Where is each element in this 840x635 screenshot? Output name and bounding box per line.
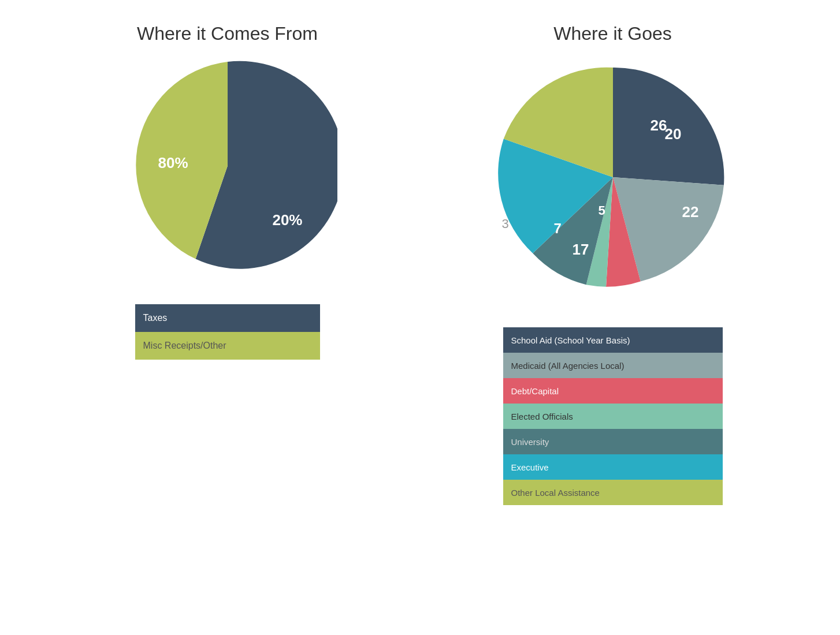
left-legend-taxes-label: Taxes bbox=[143, 313, 168, 323]
right-legend-medicaid-label: Medicaid (All Agencies Local) bbox=[511, 361, 625, 371]
right-legend-school-aid-label: School Aid (School Year Basis) bbox=[511, 335, 630, 345]
right-legend-debt: Debt/Capital bbox=[503, 378, 723, 404]
right-legend-elected-label: Elected Officials bbox=[511, 412, 573, 421]
right-legend-university: University bbox=[503, 429, 723, 454]
right-label-22: 22 bbox=[682, 203, 699, 221]
right-legend-executive: Executive bbox=[503, 454, 723, 480]
right-legend-school-aid: School Aid (School Year Basis) bbox=[503, 327, 723, 353]
right-label-17: 17 bbox=[573, 241, 589, 259]
left-legend: Taxes Misc Receipts/Other bbox=[135, 304, 320, 360]
right-legend-debt-label: Debt/Capital bbox=[511, 386, 559, 396]
right-legend-other: Other Local Assistance bbox=[503, 480, 723, 505]
right-legend-executive-label: Executive bbox=[511, 462, 549, 472]
right-legend: School Aid (School Year Basis) Medicaid … bbox=[503, 327, 723, 505]
right-label-3: 3 bbox=[502, 216, 509, 231]
right-label-5: 5 bbox=[599, 203, 605, 218]
right-label-7: 7 bbox=[554, 221, 562, 237]
left-chart-title: Where it Comes From bbox=[137, 23, 318, 44]
left-legend-misc-label: Misc Receipts/Other bbox=[143, 341, 226, 351]
right-legend-other-label: Other Local Assistance bbox=[511, 488, 600, 498]
left-legend-item-misc: Misc Receipts/Other bbox=[135, 332, 320, 360]
right-label-20-v: 20 bbox=[665, 125, 682, 143]
left-legend-item-taxes: Taxes bbox=[135, 304, 320, 332]
left-pie-chart: 80% 20% bbox=[118, 56, 337, 275]
right-legend-medicaid: Medicaid (All Agencies Local) bbox=[503, 353, 723, 378]
right-legend-university-label: University bbox=[511, 437, 549, 447]
right-chart-title: Where it Goes bbox=[553, 23, 672, 44]
right-pie-chart: 26 20 5 3 7 17 22 bbox=[492, 56, 734, 298]
right-legend-elected: Elected Officials bbox=[503, 404, 723, 429]
